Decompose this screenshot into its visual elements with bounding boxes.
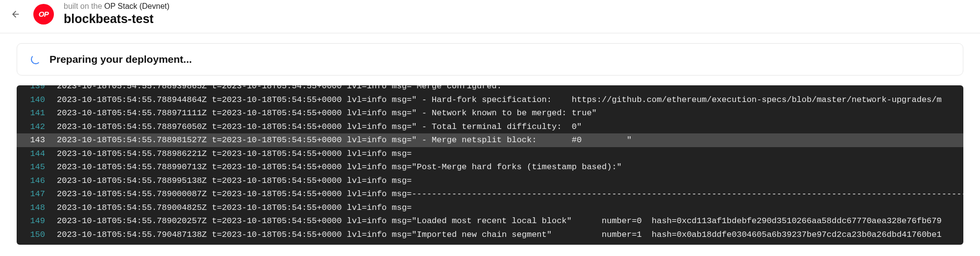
log-line[interactable]: 1452023-10-18T05:54:55.788990713Z t=2023… — [17, 160, 963, 174]
log-line[interactable]: 1492023-10-18T05:54:55.789020257Z t=2023… — [17, 214, 963, 228]
subtitle: built on the OP Stack (Devnet) — [64, 2, 170, 11]
line-text: 2023-10-18T05:54:55.788986221Z t=2023-10… — [57, 147, 963, 161]
status-bar: Preparing your deployment... — [17, 43, 963, 76]
log-line[interactable]: 1462023-10-18T05:54:55.788995138Z t=2023… — [17, 174, 963, 188]
line-text: 2023-10-18T05:54:55.788976050Z t=2023-10… — [57, 120, 963, 134]
line-text: 2023-10-18T05:54:55.788981527Z t=2023-10… — [57, 133, 963, 147]
log-line[interactable]: 1392023-10-18T05:54:55.788939865Z t=2023… — [17, 85, 963, 93]
line-number: 145 — [24, 160, 45, 174]
line-number: 140 — [24, 93, 45, 107]
log-line[interactable]: 1422023-10-18T05:54:55.788976050Z t=2023… — [17, 120, 963, 134]
line-number: 143 — [24, 133, 45, 147]
line-text: 2023-10-18T05:54:55.788944864Z t=2023-10… — [57, 93, 963, 107]
line-text: 2023-10-18T05:54:55.790487138Z t=2023-10… — [57, 228, 963, 242]
log-line[interactable]: 1442023-10-18T05:54:55.788986221Z t=2023… — [17, 147, 963, 161]
header: OP built on the OP Stack (Devnet) blockb… — [0, 0, 980, 33]
line-number: 146 — [24, 174, 45, 188]
line-text: 2023-10-18T05:54:55.789004825Z t=2023-10… — [57, 201, 963, 215]
line-number: 142 — [24, 120, 45, 134]
op-logo: OP — [33, 4, 54, 25]
log-line[interactable]: 1502023-10-18T05:54:55.790487138Z t=2023… — [17, 228, 963, 242]
log-line[interactable]: 1472023-10-18T05:54:55.789000087Z t=2023… — [17, 187, 963, 201]
console[interactable]: 1392023-10-18T05:54:55.788939865Z t=2023… — [17, 85, 963, 245]
log-line[interactable]: 1482023-10-18T05:54:55.789004825Z t=2023… — [17, 201, 963, 215]
line-text: 2023-10-18T05:54:55.788995138Z t=2023-10… — [57, 174, 963, 188]
log-line[interactable]: 1412023-10-18T05:54:55.788971111Z t=2023… — [17, 106, 963, 120]
line-number: 148 — [24, 201, 45, 215]
line-text: 2023-10-18T05:54:55.789020257Z t=2023-10… — [57, 214, 963, 228]
line-number: 144 — [24, 147, 45, 161]
line-text: 2023-10-18T05:54:55.789000087Z t=2023-10… — [57, 187, 963, 201]
line-number: 139 — [24, 85, 45, 93]
page-title: blockbeats-test — [64, 12, 170, 26]
spinner-icon — [31, 54, 41, 64]
line-text: 2023-10-18T05:54:55.788990713Z t=2023-10… — [57, 160, 963, 174]
line-number: 141 — [24, 106, 45, 120]
back-button[interactable] — [10, 8, 22, 20]
line-text: 2023-10-18T05:54:55.788939865Z t=2023-10… — [57, 85, 963, 93]
line-number: 147 — [24, 187, 45, 201]
subtitle-prefix: built on the — [64, 2, 104, 10]
line-text: 2023-10-18T05:54:55.788971111Z t=2023-10… — [57, 106, 963, 120]
status-text: Preparing your deployment... — [49, 53, 192, 65]
line-number: 149 — [24, 214, 45, 228]
subtitle-stack: OP Stack (Devnet) — [104, 2, 170, 10]
arrow-left-icon — [11, 9, 21, 19]
content: Preparing your deployment... 1392023-10-… — [0, 33, 980, 245]
title-block: built on the OP Stack (Devnet) blockbeat… — [64, 2, 170, 26]
log-line[interactable]: 1432023-10-18T05:54:55.788981527Z t=2023… — [17, 133, 963, 147]
log-line[interactable]: 1402023-10-18T05:54:55.788944864Z t=2023… — [17, 93, 963, 107]
line-number: 150 — [24, 228, 45, 242]
